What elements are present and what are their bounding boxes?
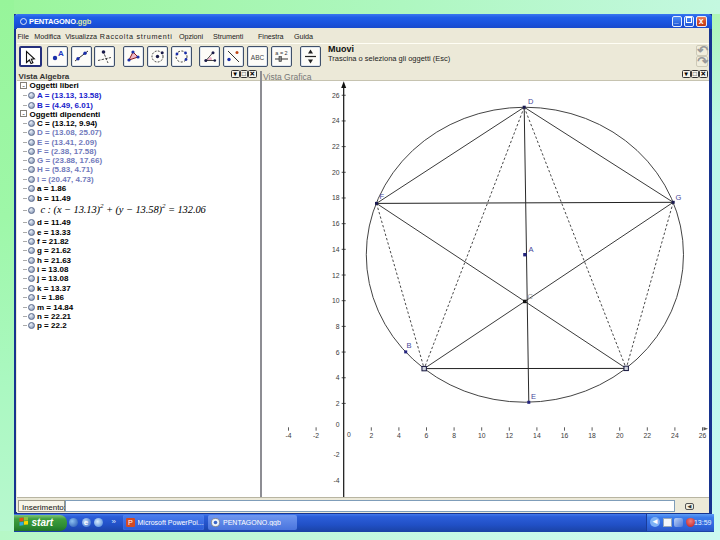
svg-text:20: 20 (615, 432, 623, 439)
svg-text:E: E (531, 391, 536, 400)
svg-text:0: 0 (335, 421, 339, 428)
svg-text:-4: -4 (285, 432, 291, 439)
svg-text:ABC: ABC (251, 54, 265, 61)
svg-text:-2: -2 (333, 451, 339, 458)
svg-text:6: 6 (335, 348, 339, 355)
svg-text:F: F (379, 191, 384, 200)
svg-text:4: 4 (397, 432, 401, 439)
svg-text:10: 10 (331, 297, 339, 304)
svg-text:P: P (128, 518, 133, 527)
svg-text:18: 18 (331, 194, 339, 201)
svg-text:14: 14 (331, 245, 339, 252)
svg-text:-2: -2 (313, 432, 319, 439)
svg-text:20: 20 (331, 168, 339, 175)
svg-text:2: 2 (369, 432, 373, 439)
svg-text:24: 24 (331, 117, 339, 124)
svg-text:14: 14 (533, 432, 541, 439)
svg-text:B: B (406, 340, 411, 349)
svg-text:D: D (528, 97, 534, 106)
svg-text:4: 4 (335, 374, 339, 381)
svg-text:22: 22 (331, 143, 339, 150)
svg-text:18: 18 (588, 432, 596, 439)
svg-text:G: G (675, 192, 681, 201)
svg-text:a = 2: a = 2 (276, 50, 288, 56)
svg-text:26: 26 (698, 432, 706, 439)
svg-text:6: 6 (424, 432, 428, 439)
svg-text:8: 8 (335, 322, 339, 329)
svg-text:C: C (527, 291, 533, 300)
svg-text:-4: -4 (333, 476, 339, 483)
svg-text:A: A (528, 244, 533, 253)
svg-text:16: 16 (331, 220, 339, 227)
svg-text:22: 22 (643, 432, 651, 439)
svg-text:16: 16 (560, 432, 568, 439)
svg-text:24: 24 (671, 432, 679, 439)
svg-text:10: 10 (477, 432, 485, 439)
svg-text:26: 26 (331, 91, 339, 98)
svg-text:A: A (58, 49, 64, 58)
svg-text:12: 12 (505, 432, 513, 439)
svg-text:8: 8 (452, 432, 456, 439)
svg-text:0: 0 (347, 430, 351, 437)
svg-text:12: 12 (331, 271, 339, 278)
svg-text:2: 2 (335, 399, 339, 406)
